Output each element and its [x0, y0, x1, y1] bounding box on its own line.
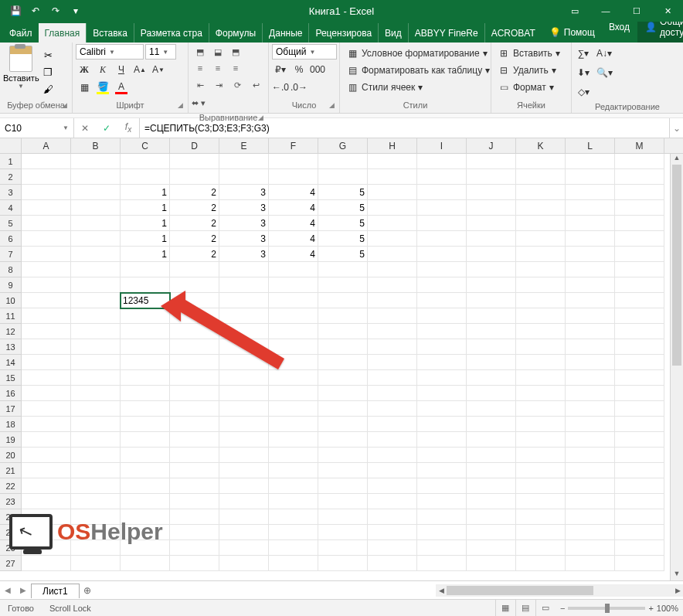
paste-button[interactable]: Вставить ▼ — [3, 44, 39, 90]
cell[interactable] — [516, 154, 566, 169]
cell[interactable] — [615, 231, 664, 247]
cell[interactable] — [368, 509, 417, 525]
cell[interactable] — [615, 154, 664, 169]
cell[interactable]: 2 — [170, 200, 219, 216]
cell[interactable] — [467, 200, 516, 216]
cell[interactable] — [467, 355, 516, 370]
worksheet-grid[interactable]: ABCDEFGHIJKLM 12312345412345512345612345… — [0, 138, 683, 580]
cell[interactable] — [22, 525, 71, 540]
column-header[interactable]: C — [121, 138, 170, 153]
cell[interactable] — [566, 540, 615, 556]
cell[interactable] — [121, 525, 170, 540]
cell[interactable] — [615, 308, 664, 324]
cell[interactable] — [368, 293, 417, 308]
cell[interactable] — [615, 216, 664, 231]
scroll-right-icon[interactable]: ▶ — [672, 587, 683, 594]
cell[interactable] — [417, 247, 467, 262]
cell[interactable] — [615, 262, 664, 277]
cell[interactable] — [566, 277, 615, 293]
cell[interactable] — [219, 308, 269, 324]
cell[interactable] — [318, 277, 368, 293]
cell[interactable] — [467, 339, 516, 355]
cell[interactable] — [71, 417, 121, 432]
cell[interactable] — [121, 339, 170, 355]
cell[interactable] — [566, 370, 615, 386]
cell[interactable] — [417, 355, 467, 370]
cell[interactable] — [417, 432, 467, 448]
cell[interactable] — [368, 432, 417, 448]
cell[interactable] — [417, 525, 467, 540]
row-header[interactable]: 6 — [0, 231, 22, 247]
cell[interactable] — [219, 293, 269, 308]
cell[interactable] — [516, 339, 566, 355]
cell[interactable] — [318, 478, 368, 494]
cell[interactable] — [566, 262, 615, 277]
cell[interactable] — [615, 478, 664, 494]
cell[interactable] — [516, 370, 566, 386]
cell[interactable] — [318, 525, 368, 540]
cell[interactable] — [22, 200, 71, 216]
cell[interactable] — [368, 401, 417, 417]
cell[interactable]: 5 — [318, 247, 368, 262]
row-header[interactable]: 27 — [0, 556, 22, 571]
cell[interactable] — [417, 448, 467, 463]
align-top-button[interactable]: ⬒ — [192, 44, 209, 60]
cell[interactable] — [318, 417, 368, 432]
cell[interactable] — [71, 494, 121, 509]
tab-file[interactable]: Файл — [3, 23, 39, 43]
cell[interactable]: 3 — [219, 216, 269, 231]
cell[interactable] — [269, 509, 318, 525]
cell[interactable] — [467, 185, 516, 200]
merge-button[interactable]: ⬌ ▾ — [192, 95, 206, 111]
cell[interactable] — [566, 216, 615, 231]
sheet-nav-next[interactable]: ▶ — [15, 586, 31, 594]
cell[interactable]: 1 — [121, 200, 170, 216]
column-header[interactable]: E — [219, 138, 269, 153]
cell[interactable] — [615, 540, 664, 556]
cell[interactable] — [71, 478, 121, 494]
cell[interactable] — [467, 556, 516, 571]
insert-function-button[interactable]: fx — [117, 121, 139, 134]
cell[interactable] — [467, 509, 516, 525]
cell[interactable] — [615, 370, 664, 386]
cell[interactable] — [516, 247, 566, 262]
cell[interactable] — [516, 324, 566, 339]
align-center-button[interactable]: ≡ — [209, 60, 226, 76]
cell[interactable] — [467, 324, 516, 339]
cell[interactable] — [368, 200, 417, 216]
find-select-button[interactable]: 🔍▾ — [593, 65, 615, 80]
cell[interactable] — [467, 525, 516, 540]
tab-insert[interactable]: Вставка — [86, 23, 134, 43]
cell[interactable] — [467, 494, 516, 509]
increase-decimal-button[interactable]: ←.0 — [272, 80, 289, 95]
cell[interactable] — [71, 355, 121, 370]
sheet-tab[interactable]: Лист1 — [31, 584, 80, 598]
cell[interactable] — [170, 386, 219, 401]
cell[interactable] — [170, 339, 219, 355]
cell[interactable] — [368, 478, 417, 494]
name-box[interactable]: C10▼ — [0, 118, 74, 138]
cell[interactable] — [219, 169, 269, 185]
cell[interactable] — [269, 277, 318, 293]
cell[interactable] — [516, 417, 566, 432]
cell[interactable] — [170, 293, 219, 308]
cell[interactable]: 3 — [219, 200, 269, 216]
cell[interactable] — [170, 308, 219, 324]
cell[interactable]: 3 — [219, 231, 269, 247]
cell[interactable]: 1 — [121, 185, 170, 200]
cell[interactable] — [467, 386, 516, 401]
cell[interactable] — [219, 324, 269, 339]
cell[interactable] — [170, 154, 219, 169]
sheet-nav-prev[interactable]: ◀ — [0, 586, 15, 594]
cell[interactable] — [368, 417, 417, 432]
cell[interactable] — [22, 386, 71, 401]
format-painter-button[interactable]: 🖌 — [39, 81, 57, 97]
cell[interactable] — [368, 339, 417, 355]
column-header[interactable]: I — [417, 138, 467, 153]
cell[interactable] — [22, 370, 71, 386]
column-header[interactable]: F — [269, 138, 318, 153]
cell[interactable] — [170, 448, 219, 463]
cell[interactable] — [22, 185, 71, 200]
cell[interactable] — [368, 262, 417, 277]
cell[interactable] — [269, 308, 318, 324]
